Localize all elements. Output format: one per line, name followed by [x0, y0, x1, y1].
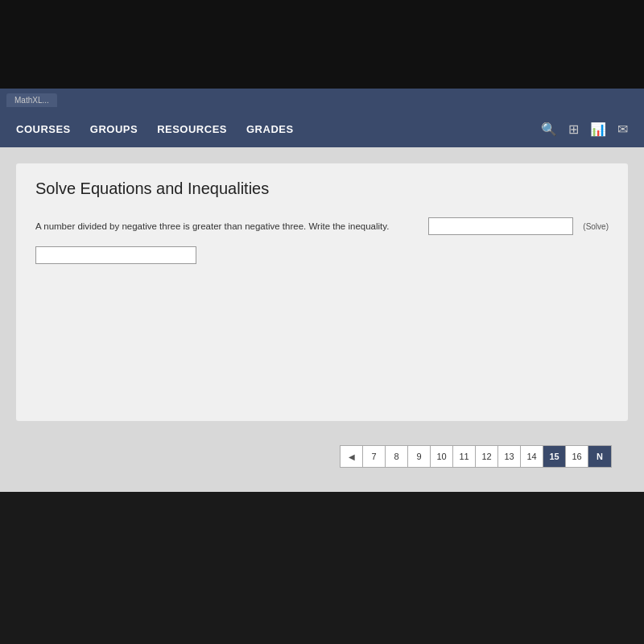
- nav-link-groups[interactable]: GROUPS: [90, 123, 138, 135]
- main-content: Solve Equations and Inequalities A numbe…: [0, 147, 644, 492]
- search-icon[interactable]: 🔍: [541, 122, 557, 137]
- page-10-button[interactable]: 10: [431, 446, 453, 467]
- nav-icons: 🔍 ⊞ 📊 ✉: [541, 122, 628, 137]
- page-8-button[interactable]: 8: [386, 446, 408, 467]
- envelope-icon[interactable]: ✉: [617, 122, 628, 137]
- page-title: Solve Equations and Inequalities: [35, 180, 609, 198]
- page-16-button[interactable]: 16: [566, 446, 588, 467]
- nav-link-resources[interactable]: RESOURCES: [157, 123, 227, 135]
- page-7-button[interactable]: 7: [363, 446, 386, 467]
- page-15-button[interactable]: 15: [543, 446, 566, 467]
- page-13-button[interactable]: 13: [498, 446, 521, 467]
- question-row-1: A number divided by negative three is gr…: [35, 217, 609, 235]
- prev-page-button[interactable]: ◀: [341, 446, 363, 467]
- nav-bar: COURSES GROUPS RESOURCES GRADES 🔍 ⊞ 📊 ✉: [0, 111, 644, 147]
- answer-input-2[interactable]: [35, 246, 196, 264]
- question-text: A number divided by negative three is gr…: [35, 221, 422, 231]
- grid-icon[interactable]: ⊞: [568, 122, 579, 137]
- content-card: Solve Equations and Inequalities A numbe…: [16, 163, 628, 421]
- browser-bar: MathXL...: [0, 89, 644, 111]
- bottom-black-bar: [0, 492, 644, 556]
- solve-label: (Solve): [583, 222, 609, 231]
- nav-links: COURSES GROUPS RESOURCES GRADES: [16, 123, 294, 135]
- nav-link-courses[interactable]: COURSES: [16, 123, 71, 135]
- page-11-button[interactable]: 11: [453, 446, 476, 467]
- pagination: ◀ 7 8 9 10 11 12 13 14 15 16 N: [340, 445, 612, 468]
- page-14-button[interactable]: 14: [521, 446, 543, 467]
- nav-link-grades[interactable]: GRADES: [246, 123, 294, 135]
- top-black-bar: [0, 0, 644, 89]
- page-12-button[interactable]: 12: [476, 446, 498, 467]
- page-9-button[interactable]: 9: [408, 446, 431, 467]
- chart-icon[interactable]: 📊: [590, 122, 606, 137]
- pagination-area: ◀ 7 8 9 10 11 12 13 14 15 16 N: [16, 437, 628, 476]
- answer-input-1[interactable]: [428, 217, 573, 235]
- browser-tab[interactable]: MathXL...: [6, 93, 57, 107]
- next-page-button[interactable]: N: [588, 446, 611, 467]
